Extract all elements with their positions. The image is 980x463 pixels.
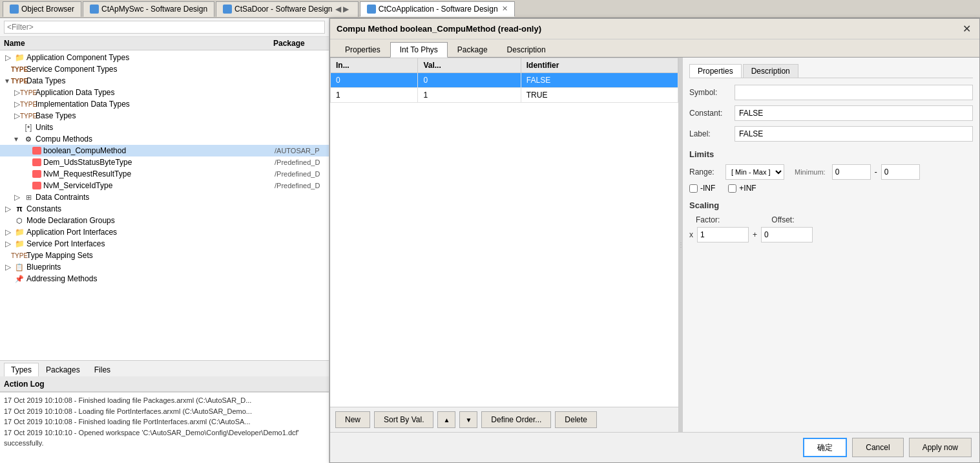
tree-item-data-types[interactable]: ▾ TYPE Data Types [0, 75, 329, 87]
dialog-tab-properties-label: Properties [345, 45, 381, 54]
range-select[interactable]: [ Min - Max ] [725, 164, 784, 180]
tree-item-constants[interactable]: ▷ π Constants [0, 203, 329, 215]
dialog-tab-properties[interactable]: Properties [335, 42, 390, 57]
tree-item-units[interactable]: [•] Units [0, 122, 329, 133]
tree-item-data-contraints[interactable]: ▷ ⊞ Data Contraints [0, 191, 329, 203]
sort-by-val-button[interactable]: Sort By Val. [374, 411, 433, 428]
cell-identifier-0: FALSE [521, 73, 678, 88]
up-button[interactable]: ▲ [437, 411, 455, 428]
tree-item-boolean-compumethod[interactable]: boolean_CompuMethod /AUTOSAR_P [0, 145, 329, 156]
tab-ctcoapplication[interactable]: CtCoApplication - Software Design ✕ [360, 1, 515, 17]
expand-icon[interactable]: ▷ [5, 53, 14, 62]
bracket-icon: [•] [23, 123, 34, 132]
minimum-input[interactable] [832, 164, 871, 180]
scaling-header: Scaling [689, 200, 973, 210]
pos-inf-checkbox-item[interactable]: +INF [728, 184, 756, 193]
dialog-title: Compu Method boolean_CompuMethod (read-o… [337, 24, 541, 34]
constant-row: Constant: [689, 105, 973, 121]
action-log[interactable]: 17 Oct 2019 10:10:08 - Finished loading … [0, 392, 329, 463]
properties-area: Properties Description Symbol: Constant: [683, 58, 979, 432]
neg-inf-label: -INF [700, 184, 715, 193]
dialog-close-button[interactable]: ✕ [960, 23, 973, 36]
apply-now-button[interactable]: Apply now [909, 438, 972, 457]
label-label: Label: [689, 129, 735, 138]
filter-bar [0, 18, 329, 37]
define-order-button[interactable]: Define Order... [481, 411, 551, 428]
table-row-true[interactable]: 1 1 TRUE [331, 88, 678, 103]
plus-label: + [753, 230, 757, 239]
tab-object-browser[interactable]: Object Browser [3, 1, 81, 17]
tree-item-nvm-service[interactable]: NvM_ServiceIdType /Predefined_D [0, 180, 329, 191]
tree-header: Name Package [0, 37, 329, 50]
tab-close-ctcoapplication[interactable]: ✕ [502, 5, 508, 13]
tab-nav-arrows[interactable]: ◀ ▶ [335, 5, 349, 14]
delete-button[interactable]: Delete [555, 411, 597, 428]
expand-icon[interactable]: ▷ [5, 228, 14, 237]
left-panel: Name Package ▷ 📁 Application Component T… [0, 18, 329, 463]
tab-packages[interactable]: Packages [39, 363, 87, 376]
method-icon [32, 147, 41, 155]
tab-files[interactable]: Files [87, 363, 118, 376]
tree-item-addressing-methods[interactable]: 📌 Addressing Methods [0, 273, 329, 285]
tab-ctsadoor[interactable]: CtSaDoor - Software Design ◀ ▶ [216, 1, 359, 17]
tab-label-ctcoapplication: CtCoApplication - Software Design [379, 5, 498, 14]
expand-icon[interactable]: ▾ [14, 135, 23, 144]
down-button[interactable]: ▼ [459, 411, 477, 428]
prop-tabs: Properties Description [689, 64, 973, 78]
offset-input[interactable] [761, 227, 813, 242]
dialog-tab-package[interactable]: Package [448, 42, 497, 57]
neg-inf-checkbox[interactable] [689, 184, 698, 193]
tab-icon-ctsadoor [223, 5, 232, 14]
dialog-tab-int-to-phys[interactable]: Int To Phys [390, 42, 448, 58]
constant-input[interactable] [735, 105, 973, 121]
tree-item-type-mapping-sets[interactable]: TYPE Type Mapping Sets [0, 250, 329, 261]
prop-tab-properties[interactable]: Properties [689, 64, 742, 78]
cell-identifier-1: TRUE [521, 88, 678, 103]
confirm-button[interactable]: 确定 [803, 438, 847, 457]
tab-types-label: Types [11, 365, 32, 374]
expand-icon[interactable]: ▷ [14, 193, 23, 202]
tree-item-nvm-request[interactable]: NvM_RequestResultType /Predefined_D [0, 168, 329, 180]
tab-bar: Object Browser CtApMySwc - Software Desi… [0, 0, 980, 18]
expand-icon[interactable]: ▷ [5, 263, 14, 272]
label-row: Label: [689, 126, 973, 142]
filter-input[interactable] [4, 21, 325, 34]
range-row: Range: [ Min - Max ] Minimum: - [689, 164, 973, 180]
log-entry-2: 17 Oct 2019 10:10:08 - Loading file Port… [4, 406, 325, 417]
tab-types[interactable]: Types [4, 363, 39, 376]
tree-item-service-component-types[interactable]: TYPE Service Component Types [0, 63, 329, 75]
col-val: Val... [418, 58, 521, 73]
maximum-input[interactable] [881, 164, 920, 180]
dialog-tab-description[interactable]: Description [497, 42, 556, 57]
cell-int-1: 1 [331, 88, 418, 103]
tree-item-base-types[interactable]: ▷ TYPE Base Types [0, 110, 329, 122]
expand-icon[interactable]: ▷ [5, 239, 14, 248]
address-icon: 📌 [14, 274, 25, 283]
tree[interactable]: ▷ 📁 Application Component Types TYPE Ser… [0, 50, 329, 360]
tree-item-service-port-interfaces[interactable]: ▷ 📁 Service Port Interfaces [0, 238, 329, 250]
new-button[interactable]: New [335, 411, 370, 428]
type-icon: TYPE [14, 65, 25, 74]
tree-item-app-port-interfaces[interactable]: ▷ 📁 Application Port Interfaces [0, 226, 329, 238]
tree-item-application-component-types[interactable]: ▷ 📁 Application Component Types [0, 52, 329, 63]
symbol-input[interactable] [735, 85, 973, 100]
folder-icon: 📁 [14, 53, 25, 62]
neg-inf-checkbox-item[interactable]: -INF [689, 184, 715, 193]
expand-icon[interactable]: ▷ [5, 204, 14, 213]
pi-icon: π [14, 204, 25, 213]
minimum-label: Minimum: [795, 168, 826, 176]
pos-inf-checkbox[interactable] [728, 184, 736, 193]
tree-item-blueprints[interactable]: ▷ 📋 Blueprints [0, 261, 329, 273]
label-input[interactable] [735, 126, 973, 142]
factor-input[interactable] [697, 227, 749, 242]
prop-tab-description[interactable]: Description [743, 64, 798, 78]
symbol-label: Symbol: [689, 88, 735, 97]
tree-item-dem-uds[interactable]: Dem_UdsStatusByteType /Predefined_D [0, 156, 329, 168]
table-row-false[interactable]: 0 0 FALSE [331, 73, 678, 88]
tab-ctapmyswc[interactable]: CtApMySwc - Software Design [83, 1, 214, 17]
tree-item-implementation-data-types[interactable]: ▷ TYPE Implementation Data Types [0, 98, 329, 110]
tree-item-mode-declaration-groups[interactable]: ⬡ Mode Declaration Groups [0, 215, 329, 226]
tree-item-application-data-types[interactable]: ▷ TYPE Application Data Types [0, 87, 329, 98]
tree-item-compu-methods[interactable]: ▾ ⚙ Compu Methods [0, 133, 329, 145]
cancel-button[interactable]: Cancel [852, 438, 903, 457]
